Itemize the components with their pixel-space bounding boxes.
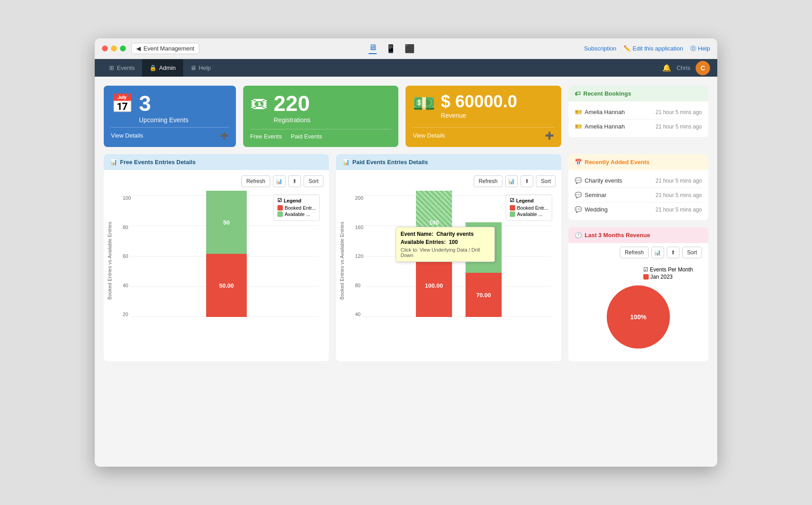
upcoming-events-card: 📅 3 Upcoming Events View Details ➕	[104, 86, 236, 147]
stat-top: 🎟 220 Registrations	[250, 93, 392, 124]
app-window: ◀ Event Management 🖥 📱 ⬛ Subscription ✏️…	[95, 38, 717, 467]
booking-name: 🎫 Amelia Hannah	[575, 109, 625, 115]
booking-name: 🎫 Amelia Hannah	[575, 123, 625, 130]
nav-bar: ⊞ Events 🔒 Admin 🖥 Help 🔔 Chris C	[95, 59, 717, 77]
right-sidebar: 📅 Recently Added Events 💬 Charity events…	[568, 154, 708, 361]
export-icon-btn[interactable]: ⬆	[521, 175, 533, 187]
bar-chart-icon-btn[interactable]: 📊	[651, 247, 664, 258]
charts-row: 📊 Free Events Entries Details Refresh 📊 …	[104, 154, 708, 361]
stat-info: 3 Upcoming Events	[139, 93, 189, 124]
legend-color	[643, 274, 649, 280]
paid-events-chart-area: Event Name: Charity events Available Ent…	[341, 191, 556, 331]
edit-icon: ✏️	[623, 45, 631, 52]
y-axis-label: Booked Entries vs Available Entries	[339, 222, 345, 300]
recent-bookings-card: 🏷 Recent Bookings 🎫 Amelia Hannah 21 hou…	[568, 86, 708, 137]
upcoming-events-number: 3	[139, 93, 189, 115]
minimize-button[interactable]	[111, 46, 117, 51]
event-name: 💬 Charity events	[575, 177, 622, 184]
maximize-button[interactable]	[120, 46, 126, 51]
nav-help[interactable]: 🖥 Help	[183, 59, 218, 77]
bar-booked-2: 70.00	[466, 273, 502, 317]
y-tick: 160	[355, 225, 363, 230]
y-tick: 40	[123, 283, 131, 288]
app-tab-label: Event Management	[143, 45, 194, 52]
stat-links: Free Events Paid Events	[250, 133, 322, 140]
tablet-landscape-icon[interactable]: ⬛	[405, 44, 415, 54]
revenue-card: 💵 $ 60000.0 Revenue View Details ➕	[406, 86, 561, 147]
help-link[interactable]: ⓪ Help	[690, 45, 710, 53]
list-item: 🎫 Amelia Hannah 21 hour 5 mins ago	[575, 105, 702, 119]
pie-legend: ☑ Events Per Month Jan 2023	[643, 266, 693, 281]
bar-chart-icon-btn[interactable]: 📊	[273, 175, 286, 187]
stat-top: 💵 $ 60000.0 Revenue	[413, 93, 554, 119]
sidebar: 🏷 Recent Bookings 🎫 Amelia Hannah 21 hou…	[568, 86, 708, 147]
calendar-icon: 📅	[111, 93, 134, 114]
free-events-chart-body: Refresh 📊 ⬆ Sort ☑ Legend	[104, 170, 329, 336]
refresh-button[interactable]: Refresh	[474, 175, 503, 187]
y-tick: 60	[123, 253, 131, 259]
revenue-chart-header: 🕐 Last 3 Months Revenue	[568, 227, 708, 243]
upcoming-events-link[interactable]: View Details	[111, 132, 143, 139]
revenue-link[interactable]: View Details	[413, 132, 445, 139]
bar-chart-icon-btn[interactable]: 📊	[505, 175, 518, 187]
revenue-chart-body: Refresh 📊 ⬆ Sort ☑ Events Per Month	[568, 243, 708, 361]
nav-events[interactable]: ⊞ Events	[102, 59, 142, 77]
free-events-chart: 📊 Free Events Entries Details Refresh 📊 …	[104, 154, 329, 361]
avatar[interactable]: C	[696, 61, 710, 75]
stat-cards-row: 📅 3 Upcoming Events View Details ➕ 🎟	[104, 86, 561, 147]
notification-bell-icon[interactable]: 🔔	[662, 64, 671, 72]
stat-info: $ 60000.0 Revenue	[441, 93, 517, 119]
list-item: 💬 Charity events 21 hour 5 mins ago	[575, 174, 702, 188]
clock-icon: 🕐	[575, 232, 582, 239]
registrations-card: 🎟 220 Registrations Free Events Paid Eve…	[243, 86, 399, 147]
nav-admin[interactable]: 🔒 Admin	[142, 59, 183, 77]
revenue-number: $ 60000.0	[441, 93, 517, 110]
ticket-icon: 🎟	[250, 93, 268, 113]
nav-left: ⊞ Events 🔒 Admin 🖥 Help	[102, 59, 218, 77]
edit-app-link[interactable]: ✏️ Edit this application	[623, 45, 683, 52]
stat-info: 220 Registrations	[274, 93, 311, 124]
stat-bottom: Free Events Paid Events	[250, 129, 392, 140]
event-name: 💬 Seminar	[575, 192, 606, 198]
paid-events-chart-header: 📊 Paid Events Entries Details	[336, 154, 561, 170]
arrow-circle-icon: ➕	[545, 131, 554, 140]
bar-group: 50 50.00	[206, 191, 247, 317]
chart-toolbar: Refresh 📊 ⬆ Sort	[341, 175, 556, 187]
desktop-icon[interactable]: 🖥	[369, 43, 377, 54]
free-events-link[interactable]: Free Events	[250, 133, 282, 140]
refresh-button[interactable]: Refresh	[241, 175, 270, 187]
bar-chart-icon: 📊	[342, 159, 350, 165]
list-item: 💬 Wedding 21 hour 5 mins ago	[575, 202, 702, 216]
recently-added-header: 📅 Recently Added Events	[568, 154, 708, 170]
stat-bottom: View Details ➕	[111, 127, 229, 140]
sort-button[interactable]: Sort	[304, 175, 323, 187]
chart-toolbar: Refresh 📊 ⬆ Sort	[109, 175, 323, 187]
export-icon-btn[interactable]: ⬆	[288, 175, 301, 187]
bar-chart-icon: 📊	[110, 159, 117, 165]
event-name: 💬 Wedding	[575, 206, 608, 213]
tablet-portrait-icon[interactable]: 📱	[386, 44, 396, 54]
pie-chart-area: ☑ Events Per Month Jan 2023 100%	[575, 262, 702, 358]
refresh-button[interactable]: Refresh	[620, 247, 649, 258]
registrations-label: Registrations	[274, 116, 311, 124]
revenue-chart-card: 🕐 Last 3 Months Revenue Refresh 📊 ⬆ Sort	[568, 227, 708, 361]
title-bar: ◀ Event Management 🖥 📱 ⬛ Subscription ✏️…	[95, 38, 717, 59]
export-icon-btn[interactable]: ⬆	[667, 247, 679, 258]
close-button[interactable]	[102, 46, 108, 51]
help-circle-icon: ⓪	[690, 45, 696, 53]
bars-area: 50 50.00	[134, 195, 319, 317]
bar-available: 50	[206, 191, 247, 254]
sort-button[interactable]: Sort	[682, 247, 702, 258]
tag-icon: 🏷	[575, 90, 581, 97]
registrations-number: 220	[274, 93, 311, 115]
app-tab[interactable]: ◀ Event Management	[131, 43, 199, 54]
subscription-link[interactable]: Subscription	[584, 45, 617, 52]
lock-icon: 🔒	[149, 64, 157, 71]
paid-events-chart: 📊 Paid Events Entries Details Refresh 📊 …	[336, 154, 561, 361]
ticket-icon: 🎫	[575, 109, 582, 115]
paid-events-link[interactable]: Paid Events	[291, 133, 322, 140]
paid-events-chart-body: Refresh 📊 ⬆ Sort Event Name: Charity eve…	[336, 170, 561, 336]
sort-button[interactable]: Sort	[536, 175, 556, 187]
y-tick: 40	[355, 312, 363, 317]
ticket-icon: 🎫	[575, 123, 582, 130]
